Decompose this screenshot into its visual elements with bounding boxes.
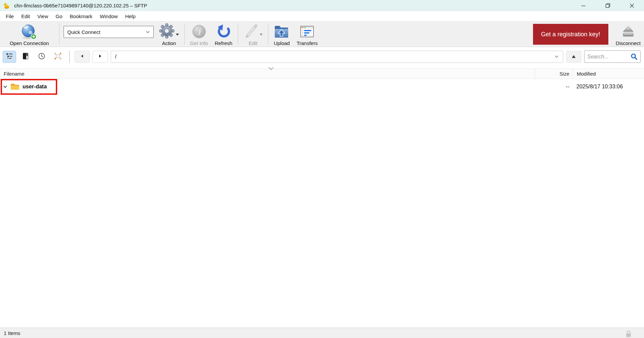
- quick-connect-combobox[interactable]: Quick Connect: [64, 26, 154, 38]
- transfers-window-icon: [300, 23, 314, 40]
- pencil-icon: [243, 24, 258, 40]
- action-label: Action: [162, 40, 176, 46]
- minimize-button[interactable]: [571, 0, 596, 11]
- up-arrow-icon: [571, 54, 576, 60]
- search-field: [584, 50, 641, 63]
- back-arrow-icon: [80, 54, 84, 60]
- search-input[interactable]: [587, 54, 628, 60]
- transfers-button[interactable]: Transfers: [293, 22, 321, 46]
- column-headers: Filename Size Modified: [0, 69, 644, 79]
- get-info-button[interactable]: i Get Info: [187, 22, 211, 46]
- window-title: chn-llmclass-0b65e71049897140@120.220.10…: [14, 3, 147, 8]
- column-modified[interactable]: Modified: [573, 69, 644, 79]
- caret-down-icon: [260, 34, 263, 36]
- edit-button[interactable]: Edit: [240, 22, 266, 46]
- search-icon[interactable]: [631, 53, 638, 60]
- menu-help[interactable]: Help: [121, 12, 139, 20]
- cyberduck-window: chn-llmclass-0b65e71049897140@120.220.10…: [0, 0, 644, 338]
- book-bookmark-icon: [22, 52, 29, 61]
- bonjour-toggle[interactable]: [51, 51, 65, 63]
- lock-icon: [625, 330, 632, 338]
- path-value: /: [115, 54, 116, 60]
- restore-button[interactable]: [596, 0, 620, 11]
- toolbar: Open Connection Quick Connect: [0, 22, 644, 47]
- get-registration-key-button[interactable]: Get a registration key!: [533, 24, 608, 45]
- menu-view[interactable]: View: [34, 12, 52, 20]
- file-modified: 2025/8/17 10:33:06: [573, 84, 644, 90]
- panel-chevron-icon[interactable]: [267, 67, 275, 71]
- open-connection-button[interactable]: Open Connection: [1, 22, 57, 46]
- window-controls: [571, 0, 644, 11]
- transfers-label: Transfers: [297, 40, 318, 46]
- registration-wrap: Get a registration key!: [533, 22, 608, 47]
- outline-view-toggle[interactable]: [3, 51, 16, 63]
- menu-bookmark[interactable]: Bookmark: [66, 12, 96, 20]
- refresh-label: Refresh: [215, 40, 232, 46]
- forward-arrow-icon: [98, 54, 103, 60]
- bonjour-icon: [54, 52, 62, 61]
- bookmarks-toggle[interactable]: [19, 51, 32, 63]
- toolbar-separator: [184, 23, 185, 45]
- file-row[interactable]: user-data -- 2025/8/17 10:33:06: [0, 79, 644, 94]
- back-button[interactable]: [74, 51, 90, 63]
- file-name: user-data: [23, 84, 47, 90]
- status-bar: 1 Items: [0, 328, 644, 338]
- duck-app-icon: [3, 2, 10, 9]
- edit-label: Edit: [249, 40, 257, 46]
- clock-icon: [38, 52, 45, 61]
- toolbar-separator: [238, 23, 238, 45]
- file-list: user-data -- 2025/8/17 10:33:06: [0, 79, 644, 328]
- chevron-down-icon: [146, 31, 150, 34]
- disconnect-button[interactable]: Disconnect: [612, 22, 643, 46]
- globe-plus-icon: [21, 23, 37, 40]
- action-button[interactable]: Action: [156, 22, 182, 46]
- folder-upload-icon: [274, 23, 290, 40]
- outline-tree-icon: [6, 52, 13, 61]
- navbar-separator: [69, 50, 70, 63]
- open-connection-label: Open Connection: [10, 40, 49, 46]
- refresh-button[interactable]: Refresh: [211, 22, 236, 46]
- file-row-main: user-data: [0, 83, 535, 90]
- menu-window[interactable]: Window: [96, 12, 121, 20]
- gear-icon: [159, 23, 175, 40]
- disconnect-label: Disconnect: [616, 40, 641, 46]
- items-count: 1 Items: [4, 330, 20, 336]
- forward-button[interactable]: [92, 51, 108, 63]
- column-filename[interactable]: Filename: [0, 71, 535, 77]
- caret-down-icon: [176, 34, 179, 36]
- upload-label: Upload: [274, 40, 290, 46]
- history-toggle[interactable]: [35, 51, 48, 63]
- up-button[interactable]: [566, 51, 581, 63]
- folder-icon: [10, 83, 20, 90]
- upload-button[interactable]: Upload: [270, 22, 293, 46]
- toolbar-separator: [268, 23, 268, 45]
- get-info-label: Get Info: [190, 40, 208, 46]
- file-size: --: [535, 84, 573, 90]
- quick-connect-value: Quick Connect: [67, 29, 100, 35]
- menu-file[interactable]: File: [2, 12, 17, 20]
- eject-icon: [621, 23, 635, 40]
- titlebar: chn-llmclass-0b65e71049897140@120.220.10…: [0, 0, 644, 11]
- chevron-down-icon[interactable]: [554, 55, 559, 58]
- info-circle-icon: i: [192, 23, 206, 40]
- close-button[interactable]: [620, 0, 644, 11]
- menu-edit[interactable]: Edit: [17, 12, 34, 20]
- menu-bar: File Edit View Go Bookmark Window Help: [0, 11, 644, 22]
- circular-arrow-icon: [216, 23, 231, 40]
- path-combobox[interactable]: /: [111, 51, 563, 63]
- browser-navbar: /: [0, 47, 644, 69]
- quick-connect-wrap: Quick Connect: [64, 22, 154, 42]
- column-size[interactable]: Size: [535, 69, 573, 79]
- menu-go[interactable]: Go: [52, 12, 66, 20]
- expand-chevron-icon[interactable]: [3, 85, 7, 88]
- toolbar-separator: [59, 23, 60, 45]
